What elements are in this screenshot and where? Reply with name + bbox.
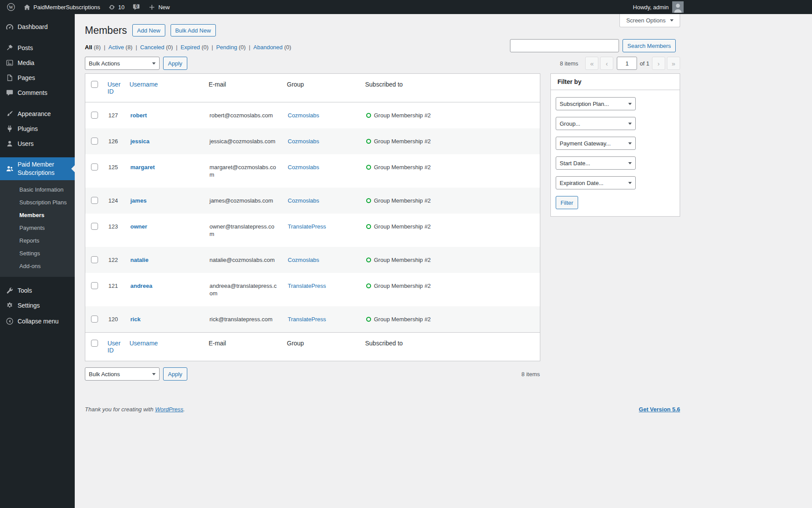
submenu-item-members[interactable]: Members — [0, 209, 75, 221]
row-checkbox[interactable] — [91, 138, 98, 145]
start-date-select[interactable]: Start Date... — [556, 156, 636, 170]
view-canceled[interactable]: Canceled (0) — [140, 44, 173, 51]
bulk-actions-select-bottom[interactable]: Bulk Actions — [85, 367, 160, 381]
member-username-link[interactable]: robert — [131, 112, 147, 119]
select-all-checkbox[interactable] — [91, 340, 98, 347]
row-checkbox[interactable] — [91, 316, 98, 323]
user-id-cell: 122 — [104, 247, 126, 273]
row-checkbox[interactable] — [91, 163, 98, 171]
view-all[interactable]: All (8) — [85, 44, 101, 51]
sidebar-item-plugins[interactable]: Plugins — [0, 121, 75, 136]
collapse-menu-button[interactable]: Collapse menu — [0, 314, 75, 329]
member-username-link[interactable]: andreea — [131, 283, 153, 289]
add-new-button[interactable]: Add New — [132, 24, 165, 36]
expiration-date-select[interactable]: Expiration Date... — [556, 176, 636, 189]
email-cell: jessica@cozmoslabs.com — [205, 128, 284, 154]
group-link[interactable]: Cozmoslabs — [288, 164, 320, 171]
site-menu[interactable]: PaidMemberSubscriptions — [19, 0, 104, 14]
member-username-link[interactable]: jessica — [131, 138, 149, 145]
sidebar-item-posts[interactable]: Posts — [0, 40, 75, 55]
row-checkbox[interactable] — [91, 197, 98, 204]
comments-menu[interactable]: 0 — [128, 0, 144, 14]
wordpress-link[interactable]: WordPress — [155, 406, 183, 413]
filter-by-title: Filter by — [551, 74, 680, 90]
member-username-link[interactable]: owner — [131, 223, 147, 230]
last-page-button[interactable]: » — [667, 57, 680, 70]
sidebar-item-users[interactable]: Users — [0, 136, 75, 151]
column-footer-username[interactable]: Username — [126, 333, 205, 361]
sidebar-item-tools[interactable]: Tools — [0, 283, 75, 298]
apply-button-bottom[interactable]: Apply — [163, 367, 187, 381]
sidebar-item-settings[interactable]: Settings — [0, 298, 75, 313]
group-link[interactable]: TranslatePress — [288, 283, 326, 289]
filter-by-panel: Filter by Subscription Plan... Group... … — [550, 73, 680, 217]
prev-page-button[interactable]: ‹ — [600, 57, 613, 70]
submenu-item-payments[interactable]: Payments — [0, 221, 75, 234]
sidebar-item-pages[interactable]: Pages — [0, 70, 75, 85]
separator: | — [249, 44, 250, 51]
member-username-link[interactable]: margaret — [131, 164, 155, 171]
items-count: 8 items — [521, 371, 540, 377]
group-link[interactable]: TranslatePress — [288, 316, 326, 323]
active-status-icon — [366, 198, 371, 203]
group-link[interactable]: Cozmoslabs — [288, 138, 320, 145]
member-username-link[interactable]: rick — [131, 316, 141, 323]
bulk-add-new-button[interactable]: Bulk Add New — [171, 24, 216, 36]
search-members-button[interactable]: Search Members — [623, 39, 676, 52]
active-status-icon — [366, 283, 371, 288]
current-page-input[interactable] — [617, 57, 637, 70]
first-page-button[interactable]: « — [585, 57, 598, 70]
submenu-item-add-ons[interactable]: Add-ons — [0, 260, 75, 272]
column-header-user-id[interactable]: User ID — [104, 74, 126, 102]
updates-menu[interactable]: 10 — [104, 0, 128, 14]
apply-button[interactable]: Apply — [163, 57, 187, 70]
group-link[interactable]: Cozmoslabs — [288, 257, 320, 263]
view-active[interactable]: Active (8) — [109, 44, 133, 51]
row-checkbox[interactable] — [91, 112, 98, 119]
submenu-item-settings[interactable]: Settings — [0, 247, 75, 260]
next-page-button[interactable]: › — [652, 57, 665, 70]
sidebar-item-comments[interactable]: Comments — [0, 85, 75, 100]
sidebar-item-dashboard[interactable]: Dashboard — [0, 19, 75, 34]
row-checkbox[interactable] — [91, 282, 98, 289]
sidebar-item-media[interactable]: Media — [0, 55, 75, 70]
get-version-link[interactable]: Get Version 5.6 — [639, 406, 680, 413]
member-username-link[interactable]: james — [131, 197, 147, 204]
subscription-plan-select[interactable]: Subscription Plan... — [556, 97, 636, 110]
select-all-checkbox[interactable] — [91, 81, 98, 88]
filter-button[interactable]: Filter — [556, 196, 578, 209]
bulk-actions-select[interactable]: Bulk Actions — [85, 57, 160, 70]
group-link[interactable]: Cozmoslabs — [288, 112, 320, 119]
sidebar-item-appearance[interactable]: Appearance — [0, 106, 75, 121]
member-username-link[interactable]: natalie — [131, 257, 149, 263]
column-footer-user-id[interactable]: User ID — [104, 333, 126, 361]
member-row: 127 robert robert@cozmoslabs.com Cozmosl… — [85, 102, 540, 129]
my-account-menu[interactable]: Howdy, admin — [629, 1, 688, 13]
submenu-item-subscription-plans[interactable]: Subscription Plans — [0, 196, 75, 209]
plug-icon — [5, 124, 14, 133]
dashboard-icon — [5, 22, 14, 31]
submenu-item-basic-information[interactable]: Basic Information — [0, 183, 75, 196]
member-row: 125 margaret margaret@cozmoslabs.com Coz… — [85, 154, 540, 188]
wp-logo-button[interactable]: W — [3, 0, 19, 14]
media-icon — [5, 58, 14, 67]
group-link[interactable]: Cozmoslabs — [288, 197, 320, 204]
sidebar-item-paid-member-subscriptions[interactable]: Paid Member Subscriptions — [0, 157, 75, 180]
email-cell: owner@translatepress.com — [205, 214, 284, 247]
view-pending[interactable]: Pending (0) — [216, 44, 246, 51]
separator: | — [104, 44, 105, 51]
view-abandoned[interactable]: Abandoned (0) — [253, 44, 291, 51]
admin-bar: W PaidMemberSubscriptions 10 0 New — [0, 0, 812, 14]
group-select[interactable]: Group... — [556, 117, 636, 130]
row-checkbox[interactable] — [91, 223, 98, 230]
user-id-cell: 120 — [104, 306, 126, 333]
payment-gateway-select[interactable]: Payment Gateway... — [556, 137, 636, 150]
view-expired[interactable]: Expired (0) — [181, 44, 209, 51]
submenu-item-reports[interactable]: Reports — [0, 234, 75, 247]
column-header-username[interactable]: Username — [126, 74, 205, 102]
search-input[interactable] — [510, 39, 619, 52]
group-link[interactable]: TranslatePress — [288, 223, 326, 230]
page-title: Members — [85, 24, 127, 37]
row-checkbox[interactable] — [91, 256, 98, 263]
new-content-menu[interactable]: New — [144, 0, 174, 14]
